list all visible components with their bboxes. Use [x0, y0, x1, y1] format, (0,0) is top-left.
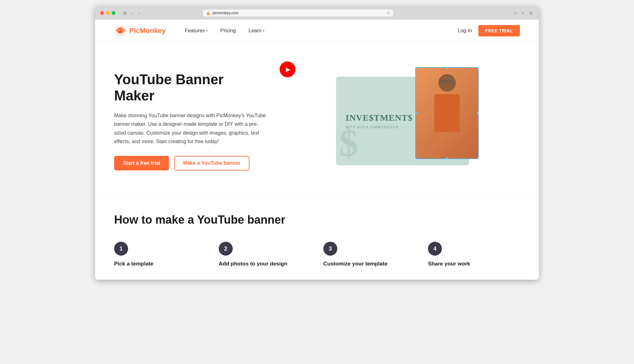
step-number: 4	[428, 242, 442, 256]
login-button[interactable]: Log In	[458, 28, 472, 34]
youtube-play-icon: ▶	[286, 66, 290, 73]
selection-handle-bottom-middle[interactable]	[446, 157, 448, 159]
refresh-icon[interactable]: ↻	[387, 11, 390, 15]
person-glasses	[441, 80, 453, 83]
person-image-overlay[interactable]	[415, 67, 479, 159]
step-label: Share your work	[428, 261, 520, 267]
make-youtube-banner-button[interactable]: Make a YouTube banner	[174, 156, 249, 170]
how-to-title: How to make a YouTube banner	[114, 213, 520, 227]
banner-dollar-bg: $	[339, 124, 358, 162]
security-icon: 🔒	[206, 11, 210, 15]
nav-links: Features ▾ Pricing Learn ▾	[185, 28, 458, 34]
step-label: Pick a template	[114, 261, 206, 267]
url-text: picmonkey.com	[212, 11, 238, 15]
person-body	[434, 94, 460, 132]
step-number: 2	[219, 242, 233, 256]
address-bar[interactable]: 🔒 picmonkey.com ↻	[203, 10, 393, 16]
hero-content: YouTube Banner Maker Make stunning YouTu…	[114, 72, 266, 170]
pricing-nav-link[interactable]: Pricing	[220, 28, 236, 34]
youtube-icon: ▶	[280, 61, 295, 77]
new-tab-button[interactable]: +	[521, 10, 526, 16]
hero-buttons: Start a free trial Make a YouTube banner	[114, 156, 266, 170]
how-to-section: How to make a YouTube banner 1 Pick a te…	[95, 194, 539, 280]
svg-point-6	[119, 30, 122, 32]
browser-titlebar: ⊞ ‹ › 🔒 picmonkey.com ↻ ⎋ + ⧉	[95, 6, 539, 20]
hero-title: YouTube Banner Maker	[114, 72, 266, 104]
logo-text: PicMonkey	[129, 27, 166, 35]
svg-point-10	[123, 29, 125, 31]
step-label: Customize your template	[323, 261, 415, 267]
selection-handle-bottom-right[interactable]	[477, 157, 479, 159]
page-content: PicMonkey Features ▾ Pricing Learn ▾ Log…	[95, 20, 539, 280]
tabs-button[interactable]: ⧉	[528, 10, 534, 16]
hero-description: Make stunning YouTube banner designs wit…	[114, 111, 266, 146]
svg-point-5	[121, 29, 122, 30]
picmonkey-logo-icon	[114, 24, 127, 37]
learn-chevron-icon: ▾	[263, 29, 264, 32]
maximize-button[interactable]	[112, 11, 115, 15]
minimize-button[interactable]	[106, 11, 110, 15]
traffic-lights	[100, 11, 115, 15]
close-button[interactable]	[100, 11, 104, 15]
share-button[interactable]: ⎋	[513, 10, 518, 16]
step-item: 1 Pick a template	[114, 242, 206, 267]
features-nav-link[interactable]: Features ▾	[185, 28, 208, 34]
step-item: 2 Add photos to your design	[219, 242, 311, 267]
person-head	[438, 74, 456, 92]
logo-link[interactable]: PicMonkey	[114, 24, 166, 37]
learn-nav-link[interactable]: Learn ▾	[249, 28, 264, 34]
browser-action-buttons: ⎋ + ⧉	[513, 10, 534, 16]
back-button[interactable]: ‹	[131, 10, 135, 16]
features-chevron-icon: ▾	[206, 29, 208, 32]
step-item: 3 Customize your template	[323, 242, 415, 267]
person-figure	[416, 68, 478, 158]
banner-preview: $ INVE$TMENT$ 101 WITH AISIA SIMMONDSON	[336, 77, 469, 165]
selection-handle-top-right[interactable]	[477, 67, 479, 69]
step-item: 4 Share your work	[428, 242, 520, 267]
free-trial-button[interactable]: FREE TRIAL	[478, 25, 520, 36]
navbar: PicMonkey Features ▾ Pricing Learn ▾ Log…	[95, 20, 539, 42]
selection-handle-middle-right[interactable]	[477, 112, 479, 114]
step-number: 3	[323, 242, 337, 256]
steps-row: 1 Pick a template 2 Add photos to your d…	[114, 242, 520, 267]
step-number: 1	[114, 242, 128, 256]
forward-button[interactable]: ›	[137, 10, 141, 16]
browser-window: ⊞ ‹ › 🔒 picmonkey.com ↻ ⎋ + ⧉	[95, 6, 539, 280]
nav-actions: Log In FREE TRIAL	[458, 25, 520, 36]
hero-image-area: ▶ $ INVE$TMENT$ 101 WITH AISIA SIMMONDSO…	[285, 67, 520, 175]
selection-handle-bottom-left[interactable]	[415, 157, 417, 159]
step-label: Add photos to your design	[219, 261, 311, 267]
nav-controls: ⊞ ‹ ›	[122, 10, 141, 16]
svg-point-4	[119, 29, 120, 30]
start-free-trial-button[interactable]: Start a free trial	[114, 156, 169, 170]
sidebar-toggle-button[interactable]: ⊞	[122, 10, 128, 16]
svg-point-8	[117, 29, 118, 31]
hero-section: YouTube Banner Maker Make stunning YouTu…	[95, 42, 539, 194]
